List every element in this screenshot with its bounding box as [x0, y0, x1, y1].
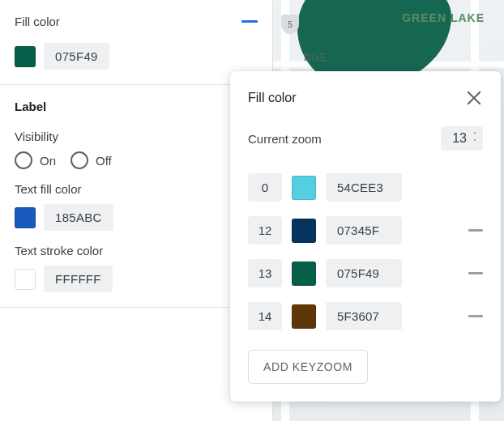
text-stroke-label: Text stroke color: [15, 244, 258, 257]
visibility-off-radio[interactable]: Off: [70, 151, 112, 169]
zoom-value: 13: [452, 131, 467, 146]
keyzoom-row: 145F3607: [248, 302, 483, 330]
keyzoom-row: 054CEE3: [248, 173, 483, 202]
keyzoom-row: 13075F49: [248, 259, 483, 287]
keyzoom-list: 054CEE31207345F13075F49145F3607: [248, 173, 483, 330]
visibility-label: Visibility: [15, 130, 258, 143]
keyzoom-swatch[interactable]: [292, 304, 316, 329]
fill-color-swatch[interactable]: [15, 46, 36, 67]
keyzoom-zoom[interactable]: 12: [248, 216, 282, 245]
visibility-radios: On Off: [15, 151, 258, 169]
keyzoom-zoom[interactable]: 14: [248, 302, 282, 330]
keyzoom-swatch[interactable]: [292, 219, 316, 243]
keyzoom-swatch[interactable]: [292, 262, 316, 286]
chevron-up-icon[interactable]: ˄: [473, 132, 476, 138]
radio-icon: [70, 151, 88, 169]
chevron-down-icon[interactable]: ˅: [473, 139, 476, 146]
current-zoom-label: Current zoom: [248, 132, 322, 146]
visibility-on-radio[interactable]: On: [15, 151, 56, 169]
collapse-icon[interactable]: [241, 20, 258, 23]
visibility-off-text: Off: [96, 154, 112, 168]
keyzoom-zoom[interactable]: 0: [248, 173, 282, 202]
fill-color-hex[interactable]: 075F49: [44, 43, 109, 70]
text-fill-row: 185ABC: [15, 204, 258, 231]
current-zoom-row: Current zoom 13 ˄ ˅: [248, 126, 483, 151]
fill-color-popup: Fill color Current zoom 13 ˄ ˅ 054CEE312…: [230, 71, 501, 402]
visibility-on-text: On: [40, 154, 56, 168]
keyzoom-row: 1207345F: [248, 216, 483, 245]
text-fill-hex[interactable]: 185ABC: [44, 204, 113, 231]
keyzoom-hex[interactable]: 5F3607: [326, 302, 402, 330]
stepper-arrows[interactable]: ˄ ˅: [473, 131, 476, 146]
remove-icon[interactable]: [468, 315, 483, 317]
text-stroke-swatch[interactable]: [15, 269, 36, 290]
keyzoom-hex[interactable]: 075F49: [326, 259, 402, 287]
radio-icon: [15, 151, 32, 169]
keyzoom-hex[interactable]: 07345F: [326, 216, 402, 245]
keyzoom-swatch[interactable]: [292, 176, 316, 200]
fill-color-header[interactable]: Fill color: [0, 0, 272, 36]
text-fill-swatch[interactable]: [15, 207, 36, 228]
popup-header: Fill color: [248, 89, 483, 107]
remove-icon[interactable]: [468, 229, 483, 232]
text-fill-label: Text fill color: [15, 182, 258, 196]
keyzoom-zoom[interactable]: 13: [248, 259, 282, 287]
highway-shield-icon: 5: [281, 15, 299, 34]
text-stroke-hex[interactable]: FFFFFF: [44, 266, 113, 292]
zoom-stepper[interactable]: 13 ˄ ˅: [441, 126, 483, 151]
text-stroke-row: FFFFFF: [15, 266, 258, 292]
label-title: Label: [15, 100, 258, 113]
popup-title: Fill color: [248, 91, 297, 105]
keyzoom-hex[interactable]: 54CEE3: [326, 173, 402, 202]
map-label-district: DGE: [304, 52, 327, 63]
close-icon[interactable]: [465, 89, 483, 107]
fill-color-title: Fill color: [15, 15, 60, 28]
remove-icon[interactable]: [468, 272, 483, 274]
map-label-lake: GREEN LAKE: [402, 11, 485, 24]
add-keyzoom-button[interactable]: ADD KEYZOOM: [248, 350, 368, 384]
